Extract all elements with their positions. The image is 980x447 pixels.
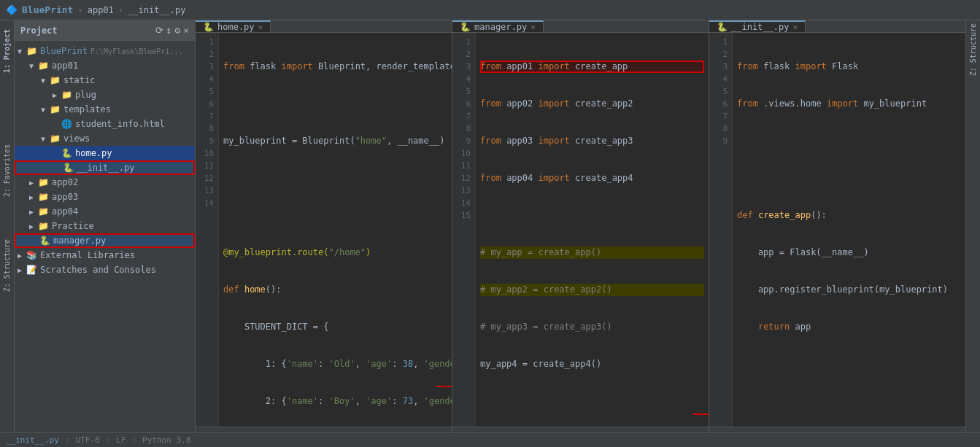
title-bar: 🔷 BluePrint › app01 › __init__.py (0, 0, 980, 20)
project-tab-label[interactable]: 1: Project (1, 26, 12, 76)
sync-icon[interactable]: ⟳ (155, 25, 163, 36)
settings-icon[interactable]: ⚙ (174, 25, 180, 36)
tree-item-home-py[interactable]: ▶ 🐍 home.py (15, 146, 195, 160)
app-name: BluePrint (22, 4, 73, 15)
tree-item-app03[interactable]: ▶ 📁 app03 (15, 190, 195, 204)
close-panel-icon[interactable]: × (183, 25, 189, 36)
editor-init-py: 12345 6789 from flask import Flask from … (709, 33, 965, 432)
encoding: UTF-8 (75, 435, 99, 445)
title-sep2: › (118, 5, 123, 15)
code-content-manager: from app01 import create_app from app02 … (476, 33, 709, 427)
tree-root[interactable]: ▼ 📁 BluePrint F:\MyFlask\BluePri... (15, 44, 195, 58)
tree-item-plug[interactable]: ▶ 📁 plug (15, 88, 195, 102)
tree-item-student-info[interactable]: ▶ 🌐 student_info.html (15, 117, 195, 131)
tree-item-ext-libs[interactable]: ▶ 📚 External Libraries (15, 248, 195, 263)
line-separator: LF (116, 435, 126, 445)
project-panel: Project ⟳ ↕ ⚙ × ▼ 📁 BluePrint F:\MyFlask… (15, 20, 196, 432)
panel-header: Project ⟳ ↕ ⚙ × (15, 20, 195, 41)
tree-item-app01[interactable]: ▼ 📁 app01 (15, 58, 195, 73)
code-content-init: from flask import Flask from .views.home… (733, 33, 965, 427)
app-logo: 🔷 (6, 4, 18, 15)
editor-home-py: 12345 678910 11121314 from flask import … (196, 33, 452, 432)
sort-icon[interactable]: ↕ (166, 25, 172, 36)
tab-manager-py[interactable]: 🐍 manager.py × (452, 20, 544, 32)
tree-item-manager-py[interactable]: ▶ 🐍 manager.py (15, 233, 195, 248)
python-version: Python 3.8 (142, 435, 190, 445)
tab-bars: 🐍 home.py × 🐍 manager.py × 🐍 __init__.py (196, 20, 965, 33)
title-sep1: › (77, 5, 82, 15)
project-tree: ▼ 📁 BluePrint F:\MyFlask\BluePri... ▼ 📁 … (15, 41, 195, 432)
structure-tab-label2[interactable]: Z: Structure (1, 236, 12, 295)
tab-home-py[interactable]: 🐍 home.py × (196, 20, 271, 32)
tree-item-app04[interactable]: ▶ 📁 app04 (15, 204, 195, 219)
structure-tab-label[interactable]: 2: Favorites (1, 141, 12, 200)
tree-item-static[interactable]: ▼ 📁 static (15, 73, 195, 88)
title-item2: __init__.py (128, 5, 185, 15)
code-content-home: from flask import Blueprint, render_temp… (219, 33, 452, 427)
editor-manager-py: 12345 678910 1112131415 from app01 impor… (452, 33, 709, 432)
tree-item-init-py[interactable]: ▶ 🐍 __init__.py (15, 160, 195, 175)
structure-label[interactable]: Z: Structure (968, 20, 979, 79)
title-item1: app01 (88, 5, 114, 15)
status-bar: __init__.py | UTF-8 | LF | Python 3.8 (0, 432, 980, 447)
tree-item-practice[interactable]: ▶ 📁 Practice (15, 219, 195, 233)
panel-title: Project (20, 26, 58, 36)
right-structure-panel: Z: Structure (965, 20, 980, 432)
tab-init-py[interactable]: 🐍 __init__.py × (709, 20, 806, 32)
editor-area: 🐍 home.py × 🐍 manager.py × 🐍 __init__.py (196, 20, 965, 432)
tree-item-app02[interactable]: ▶ 📁 app02 (15, 175, 195, 190)
tree-item-templates[interactable]: ▼ 📁 templates (15, 102, 195, 117)
tree-item-views[interactable]: ▼ 📁 views (15, 131, 195, 146)
tree-item-scratches[interactable]: ▶ 📝 Scratches and Consoles (15, 263, 195, 277)
left-sidebar-tabs: 1: Project 2: Favorites Z: Structure (0, 20, 15, 432)
status-text: __init__.py (6, 435, 59, 445)
